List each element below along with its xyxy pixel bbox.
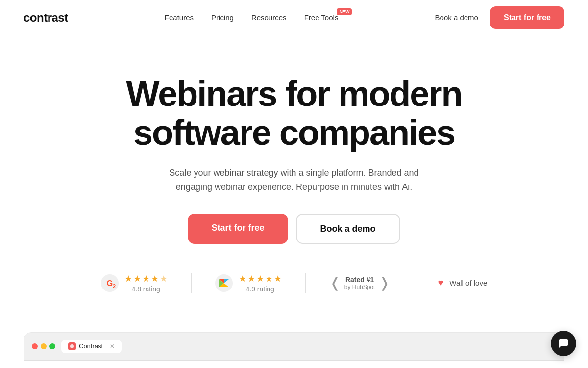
nav-links: Features Pricing Resources Free Tools ne…	[165, 13, 339, 22]
wall-of-love-label: Wall of love	[449, 279, 487, 287]
social-proof-bar: G 2 ★ ★ ★ ★ ★ 4.8 rating	[24, 273, 564, 313]
laurel-left-icon: ❬	[329, 276, 341, 290]
hubspot-sub-label: by HubSpot	[344, 284, 375, 290]
g2-rating-content: ★ ★ ★ ★ ★ 4.8 rating	[124, 273, 168, 293]
new-badge: new	[337, 8, 352, 15]
hero-section: Webinars for modern software companies S…	[0, 35, 588, 332]
hubspot-text: Rated #1 by HubSpot	[344, 276, 375, 290]
hero-book-demo-button[interactable]: Book a demo	[296, 214, 400, 244]
nav-right: Book a demo Start for free	[435, 6, 564, 29]
hero-buttons: Start for free Book a demo	[24, 214, 564, 244]
logo[interactable]: contrast	[24, 11, 68, 25]
app-titlebar: Contrast ✕	[24, 333, 564, 361]
capterra-svg	[215, 274, 233, 292]
traffic-lights	[32, 343, 55, 349]
chat-icon	[558, 338, 569, 349]
hero-start-free-button[interactable]: Start for free	[188, 214, 288, 244]
svg-text:G: G	[106, 279, 112, 288]
hubspot-badge: ❬ Rated #1 by HubSpot ❭	[329, 276, 391, 290]
hubspot-rated-label: Rated #1	[344, 276, 375, 284]
capterra-stars: ★ ★ ★ ★ ★	[239, 273, 282, 284]
nav-item-pricing[interactable]: Pricing	[211, 13, 234, 22]
nav-item-free-tools[interactable]: Free Tools	[304, 13, 339, 22]
heart-icon: ♥	[438, 277, 443, 289]
capterra-rating: ★ ★ ★ ★ ★ 4.9 rating	[215, 273, 282, 293]
app-content-wrapper: Growth Talks	[24, 361, 564, 368]
maximize-button-dot[interactable]	[49, 343, 55, 349]
g2-rating-label: 4.8 rating	[124, 285, 168, 293]
tab-close-icon[interactable]: ✕	[110, 343, 115, 350]
app-tab-icon	[68, 342, 76, 350]
minimize-button-dot[interactable]	[41, 343, 47, 349]
g2-rating: G 2 ★ ★ ★ ★ ★ 4.8 rating	[101, 273, 168, 293]
proof-divider-1	[191, 273, 192, 293]
g2-svg: G 2	[101, 274, 119, 292]
proof-divider-3	[414, 273, 414, 293]
capterra-logo-icon	[215, 274, 233, 292]
navbar: contrast Features Pricing Resources Free…	[0, 0, 588, 35]
proof-divider-2	[305, 273, 306, 293]
app-preview: Contrast ✕ Growth Talks	[24, 332, 564, 368]
nav-item-resources[interactable]: Resources	[251, 13, 287, 22]
close-button-dot[interactable]	[32, 343, 38, 349]
hero-subtext: Scale your webinar strategy with a singl…	[152, 166, 436, 194]
capterra-rating-content: ★ ★ ★ ★ ★ 4.9 rating	[239, 273, 282, 293]
capterra-rating-label: 4.9 rating	[239, 285, 282, 293]
wall-of-love[interactable]: ♥ Wall of love	[438, 277, 487, 289]
nav-book-demo-link[interactable]: Book a demo	[435, 13, 478, 22]
nav-item-features[interactable]: Features	[165, 13, 194, 22]
laurel-right-icon: ❭	[379, 276, 390, 290]
app-tab[interactable]: Contrast ✕	[61, 340, 122, 353]
app-content: Growth Talks	[24, 361, 564, 368]
svg-point-4	[70, 344, 74, 348]
nav-start-free-button[interactable]: Start for free	[490, 6, 564, 29]
svg-text:2: 2	[113, 283, 116, 289]
g2-stars: ★ ★ ★ ★ ★	[124, 273, 168, 284]
chat-button[interactable]	[551, 331, 576, 356]
g2-logo-icon: G 2	[101, 274, 119, 292]
hero-headline: Webinars for modern software companies	[122, 75, 466, 152]
app-tab-label: Contrast	[79, 342, 103, 350]
